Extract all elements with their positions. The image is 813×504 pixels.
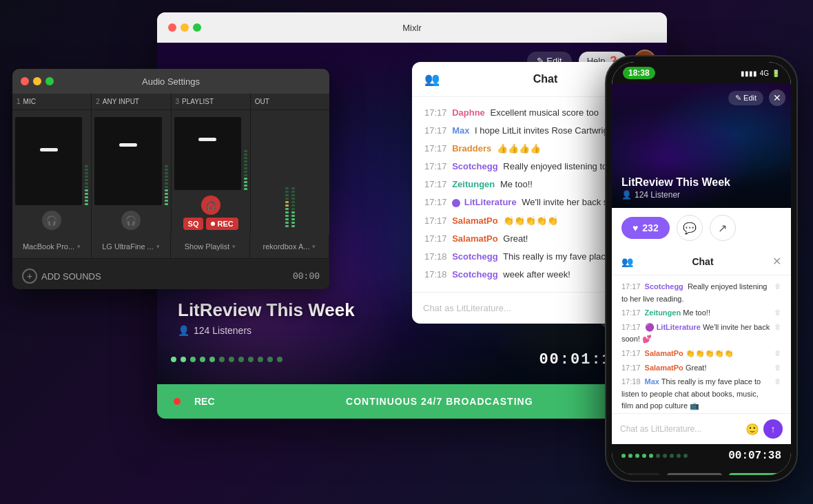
ch1-label[interactable]: MacBook Pro... ▾ xyxy=(12,234,92,258)
add-sounds-label: ADD SOUNDS xyxy=(41,271,101,282)
phone-chat-messages: 17:17 Scotchegg Really enjoyed listening… xyxy=(612,275,791,413)
mic-fader-track[interactable] xyxy=(15,117,82,205)
ch2-label-text: LG UltraFine ... xyxy=(102,242,154,251)
phone-waveform-bar: 00:07:38 xyxy=(612,444,791,468)
dot-9 xyxy=(248,357,254,362)
phone-close-button[interactable]: ✕ xyxy=(769,90,785,106)
phone-send-button[interactable]: ↑ xyxy=(763,419,783,439)
phone-msg-2: 17:17 Zeitungen Me too!! 🗑 xyxy=(621,307,781,319)
phone-chat-input[interactable]: Chat as LitLiterature... xyxy=(620,424,741,434)
playlist-meter xyxy=(244,117,247,190)
rec-button-small[interactable]: REC xyxy=(206,218,238,230)
phone-timer: 00:07:38 xyxy=(728,450,781,462)
p-dot-3 xyxy=(635,454,639,458)
ch2-num: 2 xyxy=(96,98,100,105)
phone-delete-icon-4[interactable]: 🗑 xyxy=(774,348,781,359)
dot-12 xyxy=(277,357,282,362)
main-minimize-light[interactable] xyxy=(181,23,189,32)
audio-settings-title: Audio Settings xyxy=(142,76,200,87)
phone-unlimited-label: UNLIMITED xyxy=(667,473,722,475)
playlist-fader-track[interactable] xyxy=(174,117,241,190)
channel-labels-row: MacBook Pro... ▾ LG UltraFine ... ▾ Show… xyxy=(12,234,329,259)
ch2-name: ANY INPUT xyxy=(103,98,139,105)
ch2-chevron-icon: ▾ xyxy=(156,243,160,250)
playlist-channel: 🎧 SQ REC xyxy=(172,110,251,234)
any-input-meter xyxy=(165,117,168,205)
main-close-light[interactable] xyxy=(168,23,176,32)
network-type-label: 4G xyxy=(760,70,769,77)
listeners-icon: 👤 xyxy=(178,325,189,336)
ch3-label-text: Show Playlist xyxy=(185,242,229,251)
minimize-traffic-light[interactable] xyxy=(33,77,41,85)
audio-time-display: 00:00 xyxy=(293,271,320,282)
p-dot-9 xyxy=(677,454,681,458)
p-dot-1 xyxy=(621,454,626,458)
phone-delete-icon-1[interactable]: 🗑 xyxy=(774,281,781,292)
mic-channel: 🎧 xyxy=(12,110,92,234)
sq-button[interactable]: SQ xyxy=(183,218,204,230)
rec-bar: REC CONTINUOUS 24/7 BROADCASTING xyxy=(157,384,667,419)
phone-edit-button[interactable]: ✎ Edit xyxy=(728,91,763,105)
phone-chat-input-row: Chat as LitLiterature... 🙂 ↑ xyxy=(612,413,791,444)
phone-msg-3: 17:17 🟣 LitLiterature We'll invite her b… xyxy=(621,322,781,346)
ch1-label-text: MacBook Pro... xyxy=(23,242,74,251)
p-dot-10 xyxy=(683,454,688,458)
phone-city-image: ✎ Edit ✕ LitReview This Week 👤 124 Liste… xyxy=(612,84,791,208)
phone-chat-close-button[interactable]: ✕ xyxy=(772,255,781,268)
ch4-label[interactable]: rekordbox A... ▾ xyxy=(250,234,329,258)
p-dot-8 xyxy=(670,454,674,458)
chat-input-placeholder[interactable]: Chat as LitLiterature... xyxy=(423,303,511,313)
out-meter-right xyxy=(291,117,295,227)
playlist-headphone-icon[interactable]: 🎧 xyxy=(201,196,220,215)
phone-msg-5: 17:17 SalamatPo Great! 🗑 xyxy=(621,362,781,375)
phone-listeners-icon: 👤 xyxy=(621,190,632,200)
phone-chat-title: Chat xyxy=(692,256,713,267)
p-dot-7 xyxy=(663,454,667,458)
any-input-fader-track[interactable] xyxy=(94,117,161,205)
phone-emoji-button[interactable]: 🙂 xyxy=(745,423,759,436)
phone-status-bar: 18:38 ▮▮▮▮ 4G 🔋 xyxy=(612,62,791,84)
phone-likes-count: 232 xyxy=(642,222,658,233)
p-dot-2 xyxy=(628,454,632,458)
ch2-label[interactable]: LG UltraFine ... ▾ xyxy=(92,234,171,258)
dot-3 xyxy=(190,357,196,362)
mic-headphone-icon[interactable]: 🎧 xyxy=(42,211,61,230)
audio-titlebar: Audio Settings xyxy=(12,69,329,94)
close-traffic-light[interactable] xyxy=(21,77,29,85)
traffic-lights xyxy=(21,77,54,85)
phone-share-icon-button[interactable]: ↗ xyxy=(710,215,736,241)
phone-broadcast-title: LitReview This Week xyxy=(621,176,730,189)
dot-10 xyxy=(258,357,263,362)
mic-meter xyxy=(85,117,88,205)
battery-icon: 🔋 xyxy=(772,70,780,77)
waveform-row: 00:01:16 ≡ xyxy=(157,348,667,370)
ch4-chevron-icon: ▾ xyxy=(312,243,316,250)
phone-like-button[interactable]: ♥ 232 xyxy=(621,217,670,239)
main-app-title: Mixlr xyxy=(402,23,421,33)
phone-msg-6: 17:18 Max This really is my fave place t… xyxy=(621,376,781,412)
level-dots xyxy=(171,357,531,362)
phone-delete-icon-3[interactable]: 🗑 xyxy=(774,322,781,333)
phone-chat-icon-button[interactable]: 💬 xyxy=(677,215,703,241)
maximize-traffic-light[interactable] xyxy=(45,77,54,85)
add-circle-icon: + xyxy=(22,269,37,284)
add-sounds-button[interactable]: + ADD SOUNDS xyxy=(22,269,286,284)
ch3-name: PLAYLIST xyxy=(182,98,214,105)
rec-indicator-dot xyxy=(174,398,181,405)
dot-6 xyxy=(219,357,225,362)
any-input-headphone-icon[interactable]: 🎧 xyxy=(121,211,141,230)
dot-2 xyxy=(181,357,186,362)
phone-delete-icon-6[interactable]: 🗑 xyxy=(774,376,781,387)
phone-delete-icon-5[interactable]: 🗑 xyxy=(774,362,781,373)
phone-screen: 18:38 ▮▮▮▮ 4G 🔋 ✎ Edit ✕ LitReview This … xyxy=(612,62,791,475)
phone-chat-header: 👥 Chat ✕ xyxy=(612,248,791,275)
ch4-name: OUT xyxy=(255,98,269,105)
p-dot-5 xyxy=(649,454,653,458)
dot-11 xyxy=(267,357,273,362)
ch3-label[interactable]: Show Playlist ▾ xyxy=(171,234,250,258)
phone-delete-icon-2[interactable]: 🗑 xyxy=(774,307,781,318)
phone-edit-label: ✎ Edit xyxy=(735,94,757,102)
main-maximize-light[interactable] xyxy=(193,23,201,32)
phone-msg-4: 17:17 SalamatPo 👏👏👏👏👏 🗑 xyxy=(621,348,781,360)
phone-rec-section: REC xyxy=(621,473,660,475)
